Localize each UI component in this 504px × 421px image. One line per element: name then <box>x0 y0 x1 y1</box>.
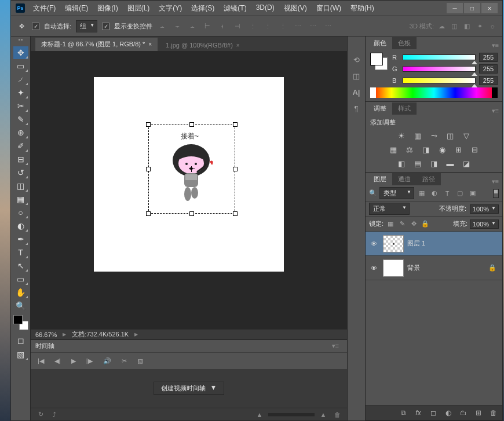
layer-mask-icon[interactable]: ◻ <box>428 408 439 418</box>
fg-color-swatch[interactable] <box>13 315 23 324</box>
distribute-top-icon[interactable]: ⋮ <box>247 21 258 31</box>
properties-panel-icon[interactable]: ◫ <box>350 70 363 82</box>
zoom-out-icon[interactable]: ▲ <box>254 411 265 419</box>
b-slider[interactable] <box>403 78 476 83</box>
menu-filter[interactable]: 滤镜(T) <box>221 2 249 14</box>
type-tool[interactable]: T <box>13 246 28 259</box>
tab-close-icon[interactable]: × <box>148 41 152 47</box>
transform-handle-tl[interactable] <box>146 122 151 127</box>
shape-tool[interactable]: ▭ <box>13 273 28 285</box>
3d-orbit-icon[interactable]: ☁ <box>436 21 447 31</box>
filter-type-icon[interactable]: T <box>442 188 452 199</box>
new-layer-icon[interactable]: ⊞ <box>473 408 484 418</box>
lock-all-icon[interactable]: 🔒 <box>421 219 430 229</box>
status-disclosure-icon[interactable]: ▶ <box>63 332 66 337</box>
chevron-down-icon[interactable]: ▼ <box>491 206 496 213</box>
document-tab-inactive[interactable]: 1.jpg @ 100%(RGB/8#) × <box>160 39 246 51</box>
channel-mixer-icon[interactable]: ⊞ <box>452 144 464 155</box>
3d-pan-icon[interactable]: ◫ <box>449 21 459 31</box>
create-timeline-button[interactable]: 创建视频时间轴 ▼ <box>154 382 224 395</box>
brightness-icon[interactable]: ☀ <box>396 130 407 141</box>
lasso-tool[interactable]: ⟋ <box>13 73 28 86</box>
transition-icon[interactable]: ▧ <box>135 356 145 366</box>
layer-name[interactable]: 背景 <box>407 263 420 272</box>
timeline-menu-icon[interactable]: ▾≡ <box>328 342 342 350</box>
transform-handle-br[interactable] <box>233 211 238 216</box>
styles-tab[interactable]: 样式 <box>392 102 417 115</box>
layer-fx-icon[interactable]: fx <box>413 408 423 418</box>
status-disclosure-icon[interactable]: ▶ <box>134 332 138 337</box>
panel-menu-icon[interactable]: ▾≡ <box>488 178 502 185</box>
menu-3d[interactable]: 3D(D) <box>254 2 277 14</box>
auto-select-checkbox[interactable] <box>32 23 39 30</box>
timeline-export-icon[interactable]: ⤴ <box>49 411 60 419</box>
auto-select-dropdown[interactable]: 组 <box>76 20 97 32</box>
r-slider[interactable] <box>403 54 476 60</box>
posterize-icon[interactable]: ▤ <box>412 158 423 169</box>
filter-smart-icon[interactable]: ▣ <box>468 188 478 199</box>
menu-type[interactable]: 文字(Y) <box>156 2 184 14</box>
layer-name[interactable]: 图层 1 <box>407 239 425 248</box>
zoom-in-icon[interactable]: ▲ <box>318 411 328 419</box>
minimize-button[interactable]: ─ <box>447 3 463 13</box>
layer-thumbnail[interactable]: ● <box>383 235 404 252</box>
hsl-icon[interactable]: ▦ <box>388 144 399 155</box>
color-spectrum[interactable] <box>370 87 498 98</box>
menu-window[interactable]: 窗口(W) <box>314 2 344 14</box>
blend-mode-dropdown[interactable]: 正常 <box>369 203 410 215</box>
move-tool[interactable]: ✥ <box>13 46 28 59</box>
path-select-tool[interactable]: ↖ <box>13 259 28 272</box>
toolbox-grip[interactable] <box>13 39 29 45</box>
screen-mode-icon[interactable]: ▧ <box>13 348 28 361</box>
healing-tool[interactable]: ⊕ <box>13 126 28 139</box>
show-transform-checkbox[interactable] <box>102 23 109 30</box>
history-brush-tool[interactable]: ↺ <box>13 166 28 179</box>
delete-layer-icon[interactable]: 🗑 <box>488 408 499 418</box>
quick-mask-toggle[interactable]: ◻ ▧ <box>13 334 28 361</box>
b-value[interactable]: 255 <box>479 76 498 85</box>
align-right-icon[interactable]: ⊣ <box>232 21 243 31</box>
transform-center-icon[interactable] <box>189 166 195 172</box>
layers-tab[interactable]: 图层 <box>368 173 392 185</box>
gradient-tool[interactable]: ▦ <box>13 193 28 206</box>
align-left-icon[interactable]: ⊢ <box>202 21 213 31</box>
channels-tab[interactable]: 通道 <box>392 173 417 185</box>
group-icon[interactable]: 🗀 <box>458 408 469 418</box>
menu-help[interactable]: 帮助(H) <box>348 2 377 14</box>
standard-mode-icon[interactable]: ◻ <box>13 334 28 347</box>
stamp-tool[interactable]: ⊟ <box>13 153 28 166</box>
align-hcenter-icon[interactable]: ⫞ <box>217 21 228 31</box>
exposure-icon[interactable]: ◫ <box>444 130 456 141</box>
threshold-icon[interactable]: ◨ <box>428 158 440 169</box>
audio-icon[interactable]: 🔊 <box>101 356 114 366</box>
document-tab-active[interactable]: 未标题-1 @ 66.7% (图层 1, RGB/8) * × <box>35 38 158 51</box>
character-panel-icon[interactable]: A| <box>350 86 363 98</box>
panel-fg-swatch[interactable] <box>370 53 383 65</box>
transform-handle-bl[interactable] <box>146 211 151 216</box>
marquee-tool[interactable]: ▭ <box>13 60 28 72</box>
trash-icon[interactable]: 🗑 <box>332 411 342 419</box>
visibility-toggle-icon[interactable]: 👁 <box>368 265 379 272</box>
align-top-icon[interactable]: ⫠ <box>157 21 167 31</box>
selective-color-icon[interactable]: ◪ <box>461 158 472 169</box>
curves-icon[interactable]: ⤳ <box>428 130 440 141</box>
adjustment-layer-icon[interactable]: ◐ <box>443 408 454 418</box>
play-icon[interactable]: ▶ <box>69 356 78 366</box>
brush-tool[interactable]: ✐ <box>13 140 28 152</box>
r-value[interactable]: 255 <box>479 53 498 62</box>
transform-handle-tr[interactable] <box>233 122 238 127</box>
menu-image[interactable]: 图像(I) <box>95 2 120 14</box>
color-lookup-icon[interactable]: ⊟ <box>469 144 480 155</box>
gradient-map-icon[interactable]: ▬ <box>444 158 456 169</box>
panel-menu-icon[interactable]: ▾≡ <box>488 42 502 49</box>
link-layers-icon[interactable]: ⧉ <box>398 408 408 418</box>
filter-toggle[interactable] <box>493 189 499 198</box>
maximize-button[interactable]: □ <box>464 3 480 13</box>
distribute-right-icon[interactable]: ⋯ <box>323 21 333 31</box>
layer-item[interactable]: 👁 ● 图层 1 <box>366 232 502 256</box>
lock-position-icon[interactable]: ✥ <box>409 219 418 229</box>
3d-cube-icon[interactable]: ◧ <box>462 21 472 31</box>
opacity-input[interactable]: 100%▼ <box>470 204 499 214</box>
menu-layer[interactable]: 图层(L) <box>125 2 152 14</box>
layer-item[interactable]: 👁 背景 🔒 <box>366 256 502 280</box>
